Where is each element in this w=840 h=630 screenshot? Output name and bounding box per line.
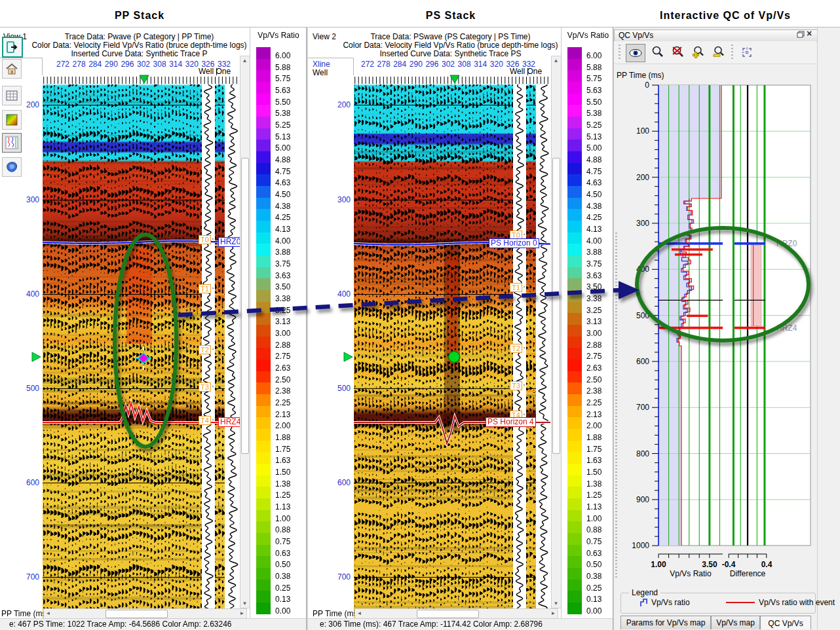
colorbar-block <box>256 337 271 348</box>
colorbar-block <box>567 406 582 418</box>
volume-3d-icon[interactable] <box>2 157 22 177</box>
colorbar-label: 1.63 <box>275 456 290 465</box>
scroll-right-icon[interactable]: ► <box>549 609 558 618</box>
colorbar-block <box>567 244 582 255</box>
colorbar-label: 2.38 <box>275 386 290 396</box>
colorbar-label: 1.25 <box>275 491 290 500</box>
scroll-right-icon[interactable]: ► <box>238 609 246 618</box>
horizon-label: HRZ0 <box>218 237 242 247</box>
qc-window-titlebar[interactable]: QC Vp/Vs <box>614 29 822 42</box>
scroll-up-icon[interactable]: ▲ <box>552 56 560 65</box>
zoom-cancel-button[interactable] <box>669 44 687 61</box>
ps-vertical-scrollbar[interactable]: ▲ ▼ <box>551 56 562 608</box>
xline-number: 308 <box>151 60 168 69</box>
colorbar-block <box>256 394 271 406</box>
colorbar-label: 0.13 <box>275 595 290 604</box>
exit-icon[interactable] <box>2 37 23 58</box>
colorbar-label: 4.63 <box>275 178 290 187</box>
time-tick-label: 300 <box>20 195 39 204</box>
colorbar-label: 3.63 <box>275 271 290 280</box>
colorbar-block <box>567 452 582 464</box>
x2-min-label: -0.4 <box>722 560 736 569</box>
colorbar-label: 1.88 <box>275 433 290 442</box>
pp-vscroll-thumb[interactable] <box>241 158 249 454</box>
pp-hscroll-thumb[interactable] <box>105 610 168 618</box>
colorbar-block <box>256 70 271 82</box>
colorbar-block <box>567 313 582 325</box>
colorbar-label: 3.88 <box>275 248 290 257</box>
colorbar-label: 5.13 <box>275 132 290 141</box>
colorbar-label: 3.88 <box>586 248 601 257</box>
zoom-extents-button[interactable] <box>738 44 756 61</box>
color-gradient-icon[interactable] <box>2 110 22 130</box>
colorbar-label: 5.63 <box>275 86 290 95</box>
colorbar-block <box>256 198 271 210</box>
home-icon[interactable] <box>2 59 22 79</box>
zoom-out-button[interactable] <box>710 44 728 61</box>
colorbar-block <box>256 371 271 383</box>
colorbar-block <box>567 267 582 279</box>
colorbar-label: 0.88 <box>275 525 290 534</box>
colorbar-label: 5.38 <box>586 109 601 118</box>
pp-status-bar: e: 467 PS Time: 1022 Trace Amp: -64.5686… <box>0 618 315 630</box>
marker-tick <box>215 293 224 295</box>
colorbar-label: 2.13 <box>586 410 601 419</box>
scroll-left-icon[interactable]: ◄ <box>355 609 364 618</box>
horizon-label: PS Horizon 4 <box>486 417 536 427</box>
colorbar-label: 4.25 <box>586 213 601 222</box>
colorbar-block <box>567 325 582 337</box>
colorbar-label: 2.75 <box>275 352 290 361</box>
colorbar-block <box>567 59 582 71</box>
pp-curve-data: Inserted Curve Data: Synthetic Trace P <box>26 49 252 58</box>
colorbar-label: 1.13 <box>275 502 290 511</box>
colorbar-label: 4.13 <box>586 225 601 234</box>
scroll-down-icon[interactable]: ▼ <box>240 599 249 608</box>
colorbar-block <box>256 452 271 464</box>
float-window-icon[interactable] <box>797 31 805 38</box>
colorbar-label: 1.13 <box>586 502 601 511</box>
qc-plot[interactable]: HRZ0HRZ401002003004005006007008009001000… <box>614 65 817 589</box>
x2-max-label: 0.4 <box>761 560 773 569</box>
toolbar-grip[interactable] <box>619 45 620 60</box>
scroll-down-icon[interactable]: ▼ <box>552 599 560 608</box>
ps-vscroll-thumb[interactable] <box>552 158 560 454</box>
zoom-in-button[interactable] <box>689 44 708 61</box>
colorbar-block <box>567 337 582 348</box>
colorbar-label: 1.38 <box>586 479 601 489</box>
colorbar-block <box>567 580 582 591</box>
colorbar-block <box>256 232 271 244</box>
colorbar-block <box>567 371 582 383</box>
tab-qc-vp-vs[interactable]: QC Vp/Vs <box>760 616 811 629</box>
time-tick-label: 400 <box>20 289 39 299</box>
zoom-button[interactable] <box>649 44 667 61</box>
ps-hscroll-thumb[interactable] <box>417 610 479 618</box>
tab-vp-vs-map[interactable]: Vp/Vs map <box>711 616 760 629</box>
toolbar-grip[interactable] <box>731 45 733 60</box>
pp-header-rule <box>0 58 42 58</box>
colorbar-block <box>567 417 582 429</box>
colorbar-label: 5.50 <box>586 98 601 107</box>
colorbar-label: 2.00 <box>275 421 290 430</box>
colorbar-label: 3.63 <box>586 271 601 280</box>
pp-vertical-scrollbar[interactable]: ▲ ▼ <box>240 56 250 608</box>
ps-header-rule <box>308 58 353 58</box>
qc-curves-icon[interactable] <box>2 133 22 153</box>
colorbar-block <box>256 556 271 568</box>
colorbar-block <box>567 556 582 568</box>
scroll-left-icon[interactable]: ◄ <box>44 609 52 618</box>
x1-title: Vp/Vs Ratio <box>670 569 712 578</box>
colorbar-block <box>256 244 271 255</box>
view-eye-button[interactable] <box>626 44 645 62</box>
table-icon[interactable] <box>2 86 22 105</box>
colorbar-label: 3.25 <box>586 306 601 315</box>
colorbar-block <box>256 59 271 71</box>
colorbar-block <box>567 47 582 59</box>
scroll-up-icon[interactable]: ▲ <box>240 56 249 65</box>
colorbar-label: 5.25 <box>275 120 290 130</box>
x2-title: Difference <box>730 569 766 578</box>
colorbar-block <box>567 533 582 545</box>
time-tick-label: 700 <box>331 572 351 582</box>
tab-params-for-vp-vs-map[interactable]: Params for Vp/Vs map <box>620 616 711 629</box>
close-icon[interactable]: × <box>807 28 812 39</box>
colorbar-block <box>567 429 582 441</box>
